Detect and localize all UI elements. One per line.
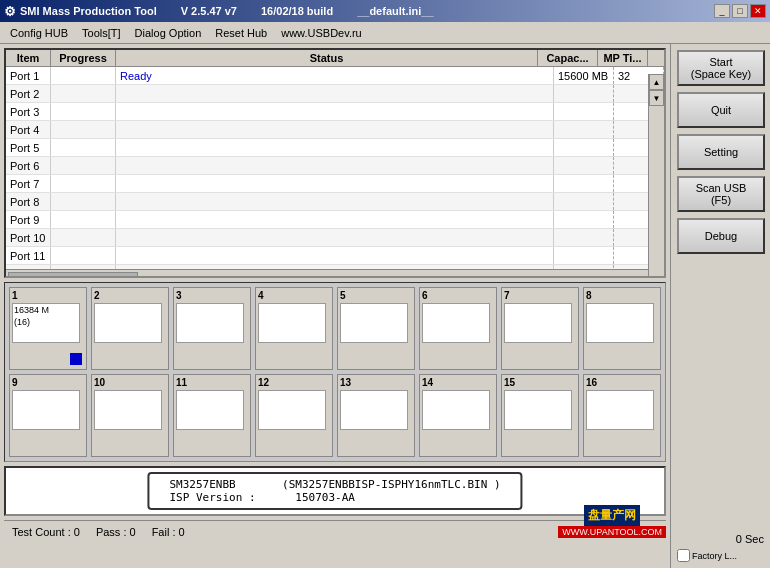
port-display [258,303,326,343]
port-number: 16 [586,377,597,388]
pass-count: Pass : 0 [96,526,136,538]
table-container: Item Progress Status Capac... MP Ti... P… [4,48,666,278]
cell-status [116,85,554,102]
menu-dialog-option[interactable]: Dialog Option [129,25,208,41]
chip-info: SM3257ENBB (SM3257ENBBISP-ISPHY16nmTLC.B… [169,478,500,491]
cell-status [116,211,554,228]
col-header-capacity: Capac... [538,50,598,66]
watermark-url: WWW.UPANTOOL.COM [558,526,666,538]
col-header-mptime: MP Ti... [598,50,648,66]
port-display [94,390,162,430]
scroll-up-button[interactable]: ▲ [649,74,664,90]
table-row: Port 11 [6,247,664,265]
port-number: 1 [12,290,18,301]
table-row: Port 9 [6,211,664,229]
port-cell: 116384 M(16) [9,287,87,370]
port-number: 12 [258,377,269,388]
cell-capacity [554,229,614,246]
port-cell: 7 [501,287,579,370]
cell-status [116,103,554,120]
test-count: Test Count : 0 [12,526,80,538]
menu-website[interactable]: www.USBDev.ru [275,25,367,41]
port-grid: 116384 M(16)2345678910111213141516 [4,282,666,462]
fail-count: Fail : 0 [152,526,185,538]
port-cell: 8 [583,287,661,370]
cell-item: Port 7 [6,175,51,192]
factory-checkbox-row: Factory L... [677,549,764,562]
cell-status [116,157,554,174]
right-panel: Start (Space Key) Quit Setting Scan USB … [670,44,770,568]
cell-item: Port 3 [6,103,51,120]
port-display [258,390,326,430]
cell-progress [51,85,116,102]
col-header-extra [648,50,664,66]
table-row: Port 1 Ready 15600 MB 32 [6,67,664,85]
port-number: 6 [422,290,428,301]
port-display [94,303,162,343]
port-info: (16) [13,316,79,328]
port-display [340,390,408,430]
app-version: V 2.5.47 v7 [181,5,237,17]
table-scrollbar[interactable]: ▲ ▼ [648,74,664,276]
right-bottom: 0 Sec Factory L... [677,533,764,562]
title-bar-controls: _ □ ✕ [714,4,766,18]
title-bar-left: ⚙ SMI Mass Production Tool V 2.5.47 v7 1… [4,4,434,19]
cell-item: Port 6 [6,157,51,174]
port-display [176,303,244,343]
menu-tools[interactable]: Tools[T] [76,25,127,41]
close-button[interactable]: ✕ [750,4,766,18]
cell-item: Port 12 [6,265,51,269]
cell-progress [51,103,116,120]
cell-progress [51,157,116,174]
cell-progress [51,229,116,246]
isp-info: ISP Version : 150703-AA [169,491,500,504]
menu-config-hub[interactable]: Config HUB [4,25,74,41]
debug-button[interactable]: Debug [677,218,765,254]
port-cell: 15 [501,374,579,457]
port-display [422,390,490,430]
port-number: 13 [340,377,351,388]
table-row: Port 12 [6,265,664,269]
cell-item: Port 11 [6,247,51,264]
menu-reset-hub[interactable]: Reset Hub [209,25,273,41]
left-panel: Item Progress Status Capac... MP Ti... P… [0,44,670,568]
port-cell: 12 [255,374,333,457]
cell-item: Port 1 [6,67,51,84]
cell-status [116,139,554,156]
cell-capacity [554,103,614,120]
port-number: 7 [504,290,510,301]
table-hscrollbar[interactable] [6,269,664,278]
table-row: Port 5 [6,139,664,157]
maximize-button[interactable]: □ [732,4,748,18]
scroll-down-button[interactable]: ▼ [649,90,664,106]
info-outline: SM3257ENBB (SM3257ENBBISP-ISPHY16nmTLC.B… [147,472,522,510]
port-display [586,303,654,343]
cell-capacity: 15600 MB [554,67,614,84]
factory-label: Factory L... [692,551,737,561]
setting-button[interactable]: Setting [677,134,765,170]
isp-version: 150703-AA [295,491,355,504]
cell-item: Port 4 [6,121,51,138]
table-row: Port 10 [6,229,664,247]
cell-item: Port 5 [6,139,51,156]
quit-button[interactable]: Quit [677,92,765,128]
table-row: Port 2 [6,85,664,103]
port-cell: 13 [337,374,415,457]
app-date: 16/02/18 build [261,5,333,17]
table-row: Port 8 [6,193,664,211]
port-cell: 11 [173,374,251,457]
minimize-button[interactable]: _ [714,4,730,18]
scan-usb-button[interactable]: Scan USB (F5) [677,176,765,212]
hscroll-thumb[interactable] [8,272,138,279]
port-display [504,303,572,343]
cell-status [116,229,554,246]
cell-item: Port 9 [6,211,51,228]
table-body: Port 1 Ready 15600 MB 32 Port 2 Port 3 P… [6,67,664,269]
cell-progress [51,247,116,264]
cell-status [116,175,554,192]
port-number: 10 [94,377,105,388]
cell-progress [51,175,116,192]
cell-capacity [554,247,614,264]
factory-checkbox[interactable] [677,549,690,562]
start-button[interactable]: Start (Space Key) [677,50,765,86]
